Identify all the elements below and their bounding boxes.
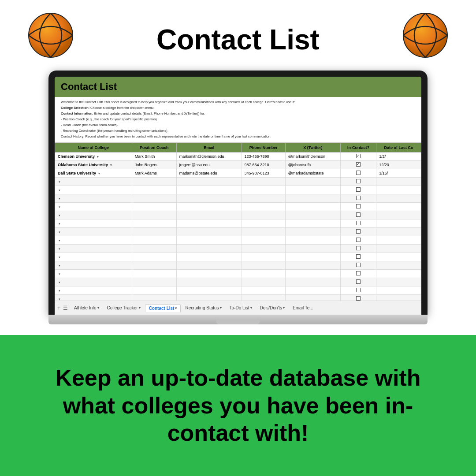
tab-dos-donts[interactable]: Do's/Don'ts ▾ <box>257 304 289 312</box>
basketball-right <box>401 11 450 60</box>
empty-checkbox <box>356 279 361 284</box>
table-header-row: Name of College Position Coach Email Pho… <box>55 143 421 152</box>
instruction-line-1: Welcome to the Contact List! This sheet … <box>61 100 415 105</box>
empty-row: ▾ <box>55 211 421 219</box>
empty-dropdown-arrow[interactable]: ▾ <box>59 289 60 292</box>
instruction-line-2: College Selection: Choose a college from… <box>61 105 415 111</box>
top-section: Contact List <box>0 0 476 335</box>
checkbox-unchecked <box>356 171 361 175</box>
cell-coach: Mark Adams <box>132 169 176 178</box>
cell-college: Oklahoma State University ▾ <box>55 161 132 169</box>
empty-checkbox <box>356 288 361 292</box>
empty-dropdown-arrow[interactable]: ▾ <box>59 256 60 259</box>
menu-icon[interactable]: ☰ <box>63 305 68 311</box>
empty-dropdown-arrow[interactable]: ▾ <box>59 214 60 217</box>
empty-row: ▾ <box>55 278 421 286</box>
empty-dropdown-arrow[interactable]: ▾ <box>59 180 60 183</box>
checkbox-checked <box>356 162 361 167</box>
empty-row: ▾ <box>55 270 421 278</box>
empty-row: ▾ <box>55 286 421 295</box>
cell-phone: 345-987-0123 <box>242 169 285 178</box>
empty-dropdown-arrow[interactable]: ▾ <box>59 264 60 267</box>
empty-row: ▾ <box>55 236 421 245</box>
empty-row: ▾ <box>55 228 421 236</box>
instructions-area: Welcome to the Contact List! This sheet … <box>55 97 421 143</box>
empty-dropdown-arrow[interactable]: ▾ <box>59 272 60 275</box>
empty-dropdown-arrow[interactable]: ▾ <box>59 222 60 225</box>
tab-recruiting-status-arrow: ▾ <box>220 306 222 310</box>
empty-dropdown-arrow[interactable]: ▾ <box>59 247 60 250</box>
svg-point-0 <box>29 13 73 57</box>
empty-checkbox <box>356 221 361 225</box>
col-twitter: X (Twitter) <box>285 143 340 152</box>
col-incontact: In-Contact? <box>340 143 376 152</box>
tab-email-templates-label: Email Te... <box>293 305 313 310</box>
laptop-wrapper: Contact List Welcome to the Contact List… <box>48 71 428 324</box>
empty-checkbox <box>356 204 361 208</box>
empty-checkbox <box>356 196 361 200</box>
empty-dropdown-arrow[interactable]: ▾ <box>59 197 60 200</box>
cell-coach: John Rogers <box>132 161 176 169</box>
tab-recruiting-status[interactable]: Recruiting Status ▾ <box>182 304 225 312</box>
tab-email-templates[interactable]: Email Te... <box>289 304 317 312</box>
tab-dos-donts-label: Do's/Don'ts <box>260 305 283 310</box>
instruction-line-7: Contact History: Record whether you have… <box>61 134 415 139</box>
checkbox-checked <box>356 154 361 158</box>
spreadsheet: Contact List Welcome to the Contact List… <box>55 77 421 315</box>
empty-checkbox <box>356 263 361 267</box>
col-phone: Phone Number <box>242 143 285 152</box>
dropdown-arrow[interactable]: ▾ <box>110 164 112 167</box>
empty-dropdown-arrow[interactable]: ▾ <box>59 189 60 192</box>
add-sheet-icon[interactable]: + <box>57 305 60 311</box>
cell-phone: 123-456-7890 <box>242 152 285 161</box>
cell-email: marksmith@clemson.edu <box>176 152 242 161</box>
empty-row: ▾ <box>55 194 421 203</box>
cell-incontact <box>340 152 376 161</box>
cell-twitter: @marksmithclemson <box>285 152 340 161</box>
empty-row: ▾ <box>55 245 421 253</box>
empty-dropdown-arrow[interactable]: ▾ <box>59 231 60 234</box>
bottom-section: Keep an up-to-date database with what co… <box>0 335 476 476</box>
empty-dropdown-arrow[interactable]: ▾ <box>59 298 60 301</box>
laptop-base <box>48 315 428 324</box>
tab-todo-list-label: To-Do List <box>230 305 249 310</box>
dropdown-arrow[interactable]: ▾ <box>97 155 99 158</box>
empty-dropdown-arrow[interactable]: ▾ <box>59 205 60 208</box>
tab-college-tracker[interactable]: College Tracker ▾ <box>104 304 144 312</box>
cell-twitter: @johnrosufb <box>285 161 340 169</box>
tab-recruiting-status-label: Recruiting Status <box>185 305 219 310</box>
empty-checkbox <box>356 254 361 259</box>
empty-checkbox <box>356 246 361 250</box>
tab-dos-donts-arrow: ▾ <box>283 306 285 310</box>
cell-lastcontact: 1/2/ <box>376 152 421 161</box>
empty-checkbox <box>356 187 361 192</box>
laptop-screen: Contact List Welcome to the Contact List… <box>55 77 421 315</box>
tab-athlete-info[interactable]: Athlete Info ▾ <box>71 304 103 312</box>
col-email: Email <box>176 143 242 152</box>
col-lastcontact: Date of Last Co <box>376 143 421 152</box>
tab-athlete-info-label: Athlete Info <box>74 305 97 310</box>
cell-incontact <box>340 169 376 178</box>
cell-email: madams@bstate.edu <box>176 169 242 178</box>
empty-checkbox <box>356 271 361 275</box>
cell-college: Ball State University ▾ <box>55 169 132 178</box>
empty-checkbox <box>356 296 361 301</box>
empty-checkbox <box>356 212 361 217</box>
empty-row: ▾ <box>55 178 421 186</box>
empty-row: ▾ <box>55 295 421 301</box>
instruction-line-4: - Position Coach (e.g., the coach for yo… <box>61 117 415 122</box>
cell-email: jrogers@osu.edu <box>176 161 242 169</box>
instruction-line-6: - Recruiting Coordinator (the person han… <box>61 128 415 134</box>
tab-todo-list[interactable]: To-Do List ▾ <box>226 304 256 312</box>
dropdown-arrow[interactable]: ▾ <box>98 172 100 175</box>
empty-dropdown-arrow[interactable]: ▾ <box>59 281 60 284</box>
empty-row: ▾ <box>55 253 421 261</box>
header-area: Contact List <box>0 0 476 71</box>
tab-contact-list[interactable]: Contact List ▾ <box>145 304 181 312</box>
cell-phone: 987-654-3210 <box>242 161 285 169</box>
laptop-outer: Contact List Welcome to the Contact List… <box>48 71 428 315</box>
laptop-notch <box>216 319 260 324</box>
table-row: Oklahoma State University ▾ John Rogers … <box>55 161 421 169</box>
empty-checkbox <box>356 229 361 234</box>
empty-dropdown-arrow[interactable]: ▾ <box>59 239 60 242</box>
